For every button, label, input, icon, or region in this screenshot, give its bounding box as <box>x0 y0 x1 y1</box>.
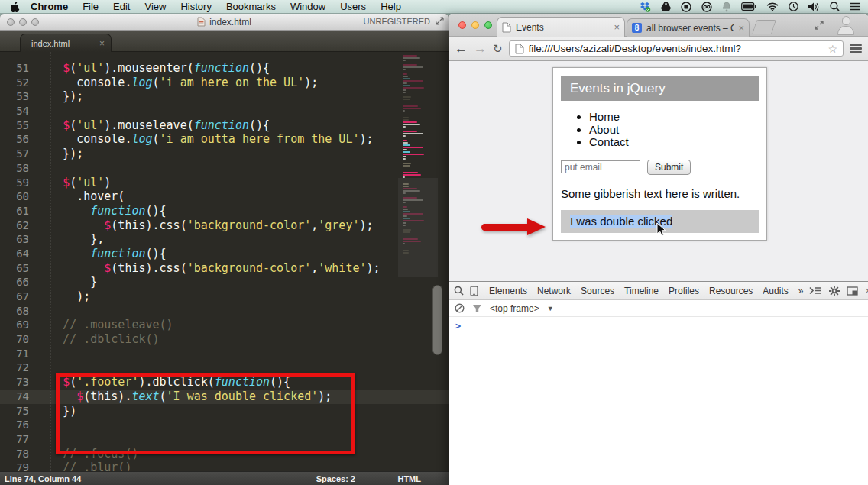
code-line[interactable]: 53 }); <box>0 89 449 104</box>
profile-icon[interactable] <box>836 16 856 37</box>
filter-icon[interactable] <box>472 304 482 313</box>
devtools-tab-more[interactable]: » <box>798 286 804 296</box>
code-line[interactable]: 66 } <box>0 275 449 289</box>
code-line[interactable]: 70 // .dblclick() <box>0 332 449 347</box>
submit-button[interactable]: Submit <box>647 160 691 175</box>
devtools-tab-network[interactable]: Network <box>537 286 571 296</box>
frame-selector[interactable]: <top frame> <box>490 303 539 314</box>
editor-tab-index-html[interactable]: index.html × <box>20 34 112 52</box>
menu-item-window[interactable]: Window <box>290 1 326 12</box>
minimize-button[interactable] <box>471 21 479 29</box>
editor-scrollbar[interactable] <box>432 285 442 355</box>
drive-icon[interactable] <box>661 2 671 11</box>
url-bar[interactable]: file:///Users/azizali/Desktop/events/ind… <box>509 40 844 57</box>
nav-item-home[interactable]: Home <box>589 111 766 124</box>
devtools-tab-timeline[interactable]: Timeline <box>624 286 659 296</box>
code-line[interactable]: 62 $(this).css('background-color','grey'… <box>0 218 449 233</box>
devtools-tab-resources[interactable]: Resources <box>709 286 753 296</box>
code-line[interactable]: 64 function(){ <box>0 247 449 261</box>
code-line[interactable]: 65 $(this).css('background-color','white… <box>0 261 449 276</box>
code-line[interactable]: 71 <box>0 347 449 361</box>
tab-close-icon[interactable]: × <box>738 22 744 34</box>
gear-icon[interactable] <box>829 286 840 296</box>
line-number: 73 <box>0 375 29 390</box>
tab-close-icon[interactable]: × <box>99 38 105 49</box>
spotlight-icon[interactable] <box>830 2 840 11</box>
chrome-menu-icon[interactable] <box>850 44 862 53</box>
forward-button[interactable]: → <box>474 42 487 55</box>
close-icon[interactable]: × <box>865 285 868 296</box>
minimize-button[interactable] <box>19 18 27 26</box>
code-line[interactable]: 52 console.log('i am here on the UL'); <box>0 76 449 90</box>
devtools-tab-profiles[interactable]: Profiles <box>669 286 699 296</box>
code-line[interactable]: 51 $('ul').mouseenter(function(){ <box>0 61 449 76</box>
expand-icon[interactable] <box>815 21 824 30</box>
menu-item-view[interactable]: View <box>144 1 166 12</box>
code-line[interactable]: 57 }); <box>0 147 449 161</box>
menu-item-chrome[interactable]: Chrome <box>31 1 68 12</box>
line-number: 55 <box>0 118 29 133</box>
volume-icon[interactable] <box>808 2 820 11</box>
browser-window: Events×8all browser events – Goog× ← → ↻… <box>449 14 868 485</box>
code-line[interactable]: 55 $('ul').mouseleave(function(){ <box>0 118 449 133</box>
creative-cloud-icon[interactable] <box>701 2 712 12</box>
bookmark-star-icon[interactable]: ☆ <box>828 43 837 55</box>
battery-icon[interactable] <box>741 2 756 11</box>
url-text[interactable]: file:///Users/azizali/Desktop/events/ind… <box>529 43 824 54</box>
chevron-down-icon[interactable]: ▼ <box>547 305 554 312</box>
indent-setting[interactable]: Spaces: 2 <box>316 474 355 483</box>
search-icon[interactable] <box>454 286 464 296</box>
clear-console-icon[interactable] <box>455 303 465 313</box>
clock-icon[interactable] <box>789 2 798 11</box>
menu-item-users[interactable]: Users <box>340 1 366 12</box>
code-line[interactable]: 60 .hover( <box>0 189 449 204</box>
devtools-tab-elements[interactable]: Elements <box>489 286 527 296</box>
zoom-button[interactable] <box>484 21 492 29</box>
code-line[interactable]: 56 console.log('i am outta here from the… <box>0 132 449 147</box>
nav-item-about[interactable]: About <box>589 124 766 137</box>
code-line[interactable]: 54 <box>0 104 449 118</box>
close-button[interactable] <box>458 21 466 29</box>
browser-tab-events[interactable]: Events× <box>497 17 625 37</box>
back-button[interactable]: ← <box>455 42 468 55</box>
code-line[interactable]: 63 }, <box>0 232 449 247</box>
menu-item-bookmarks[interactable]: Bookmarks <box>226 1 276 12</box>
code-line[interactable]: 67 ); <box>0 289 449 304</box>
nav-item-contact[interactable]: Contact <box>589 136 766 149</box>
apple-icon[interactable] <box>11 2 20 12</box>
console-drawer-icon[interactable] <box>809 286 822 295</box>
wifi-icon[interactable] <box>766 2 779 11</box>
dropbox-icon[interactable] <box>640 2 651 12</box>
code-line[interactable]: 68 <box>0 304 449 318</box>
syntax-mode[interactable]: HTML <box>397 474 421 483</box>
code-line[interactable]: 79 // .blur() <box>0 461 449 471</box>
code-text: // .mouseleave() <box>35 318 173 332</box>
devtools-tab-sources[interactable]: Sources <box>581 286 614 296</box>
list-icon[interactable] <box>850 2 860 11</box>
browser-toolbar: ← → ↻ file:///Users/azizali/Desktop/even… <box>449 37 868 61</box>
console-prompt[interactable]: > <box>449 317 868 331</box>
code-line[interactable]: 69 // .mouseleave() <box>0 318 449 332</box>
dock-side-icon[interactable] <box>847 286 858 296</box>
email-field[interactable] <box>561 160 640 173</box>
close-button[interactable] <box>7 18 15 26</box>
record-icon[interactable] <box>681 2 691 12</box>
tab-close-icon[interactable]: × <box>614 21 620 33</box>
code-line[interactable]: 61 function(){ <box>0 204 449 218</box>
zoom-button[interactable] <box>31 18 39 26</box>
code-text: }); <box>35 147 83 161</box>
page-icon <box>515 44 524 54</box>
menu-item-file[interactable]: File <box>83 1 99 12</box>
reload-button[interactable]: ↻ <box>493 42 503 56</box>
new-tab-button[interactable] <box>752 20 776 34</box>
menu-item-edit[interactable]: Edit <box>113 1 130 12</box>
menu-item-help[interactable]: Help <box>381 1 401 12</box>
device-mode-icon[interactable] <box>470 286 478 296</box>
code-line[interactable]: 59 $('ul') <box>0 176 449 190</box>
code-line[interactable]: 58 <box>0 161 449 176</box>
browser-tab-search[interactable]: 8all browser events – Goog× <box>627 18 750 37</box>
expand-icon[interactable] <box>436 17 444 25</box>
notification-bell-icon[interactable] <box>722 2 731 12</box>
devtools-tab-audits[interactable]: Audits <box>763 286 788 296</box>
menu-item-history[interactable]: History <box>180 1 211 12</box>
